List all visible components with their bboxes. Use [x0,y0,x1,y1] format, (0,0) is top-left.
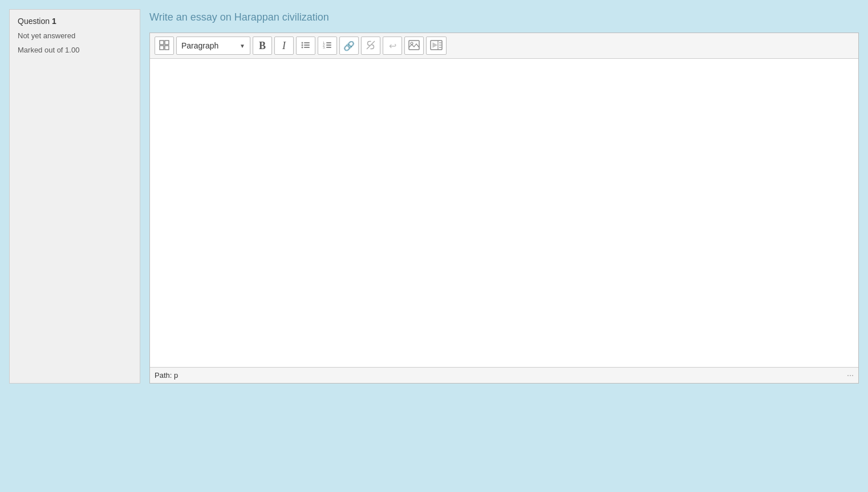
question-prompt: Write an essay on Harappan civilization [149,9,859,26]
paragraph-dropdown[interactable]: Paragraph ▼ [176,37,250,55]
resize-icon: ⋯ [847,372,854,380]
editor-container: Paragraph ▼ B I [149,33,859,384]
question-info-panel: Question 1 Not yet answered Marked out o… [9,9,140,384]
svg-rect-0 [160,41,164,45]
table-button[interactable] [155,37,174,55]
svg-text:3.: 3. [323,46,326,49]
ordered-list-button[interactable]: 1. 2. 3. [318,37,337,55]
italic-button[interactable]: I [274,37,294,55]
unlink-icon [366,40,376,52]
svg-rect-7 [304,45,310,46]
svg-point-8 [302,46,303,48]
bold-icon: B [259,40,266,52]
insert-image-icon [408,40,420,52]
unlink-button[interactable] [361,37,380,55]
paragraph-dropdown-label: Paragraph [181,41,236,50]
insert-image-button[interactable] [404,37,424,55]
table-icon [159,40,169,52]
svg-rect-3 [165,46,169,50]
question-number: 1 [52,17,56,26]
editor-body[interactable] [150,59,858,367]
chevron-down-icon: ▼ [240,43,245,49]
svg-point-6 [302,44,303,46]
svg-rect-1 [165,41,169,45]
editor-path: Path: p [155,371,178,380]
editor-statusbar: Path: p ⋯ [150,367,858,383]
editor-toolbar: Paragraph ▼ B I [150,33,858,59]
svg-marker-21 [433,43,437,47]
question-label: Question 1 [18,17,132,26]
unordered-list-button[interactable] [296,37,315,55]
question-mark: Marked out of 1.00 [18,46,132,54]
svg-rect-15 [326,47,331,48]
svg-point-4 [302,42,303,43]
question-content-panel: Write an essay on Harappan civilization [149,9,859,384]
link-button[interactable]: 🔗 [339,37,359,55]
italic-icon: I [282,40,286,52]
unordered-list-icon [301,40,311,52]
svg-rect-5 [304,42,310,43]
question-status: Not yet answered [18,31,132,40]
insert-media-button[interactable] [426,37,447,55]
undo-button[interactable]: ↩ [383,37,402,55]
svg-rect-2 [160,46,164,50]
bold-button[interactable]: B [253,37,272,55]
svg-rect-11 [326,42,331,43]
ordered-list-icon: 1. 2. 3. [322,40,332,52]
insert-media-icon [430,40,443,52]
page-container: Question 1 Not yet answered Marked out o… [9,9,859,384]
svg-rect-9 [304,47,310,48]
undo-icon: ↩ [389,41,396,51]
link-icon: 🔗 [343,41,355,51]
svg-rect-13 [326,45,331,46]
